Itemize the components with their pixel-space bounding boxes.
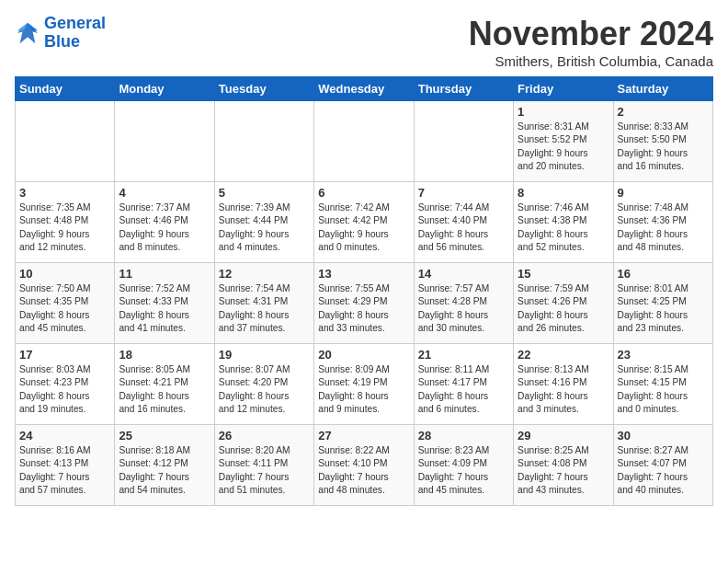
day-info: Sunrise: 7:55 AMSunset: 4:29 PMDaylight:… [318,282,409,335]
day-info: Sunrise: 8:31 AMSunset: 5:52 PMDaylight:… [518,121,609,173]
day-info: Sunrise: 7:59 AMSunset: 4:26 PMDaylight:… [518,282,609,335]
day-number: 3 [19,186,110,200]
calendar-cell: 20Sunrise: 8:09 AMSunset: 4:19 PMDayligh… [314,344,414,425]
logo-text: General Blue [44,15,106,52]
day-info: Sunrise: 8:01 AMSunset: 4:25 PMDaylight:… [618,282,709,335]
calendar-week-3: 10Sunrise: 7:50 AMSunset: 4:35 PMDayligh… [16,263,713,344]
day-number: 28 [418,429,509,442]
day-number: 5 [219,186,310,200]
day-info: Sunrise: 7:52 AMSunset: 4:33 PMDaylight:… [119,282,210,335]
day-info: Sunrise: 7:46 AMSunset: 4:38 PMDaylight:… [518,201,609,254]
day-number: 14 [418,267,509,281]
calendar-body: 1Sunrise: 8:31 AMSunset: 5:52 PMDaylight… [16,101,713,506]
calendar-cell: 6Sunrise: 7:42 AMSunset: 4:42 PMDaylight… [314,182,414,263]
day-number: 25 [119,429,210,442]
day-number: 21 [418,348,509,362]
day-number: 2 [618,105,709,119]
title-block: November 2024 Smithers, British Columbia… [469,15,713,69]
day-number: 24 [19,429,110,442]
calendar-cell: 29Sunrise: 8:25 AMSunset: 4:08 PMDayligh… [514,425,613,506]
day-number: 19 [219,348,310,362]
day-info: Sunrise: 7:42 AMSunset: 4:42 PMDaylight:… [318,201,409,254]
day-info: Sunrise: 8:18 AMSunset: 4:12 PMDaylight:… [119,444,210,497]
weekday-header-friday: Friday [514,77,613,101]
month-title: November 2024 [469,15,713,53]
weekday-header-monday: Monday [115,77,214,101]
day-info: Sunrise: 8:03 AMSunset: 4:23 PMDaylight:… [19,363,110,416]
calendar-cell: 7Sunrise: 7:44 AMSunset: 4:40 PMDaylight… [414,182,513,263]
calendar-cell: 15Sunrise: 7:59 AMSunset: 4:26 PMDayligh… [514,263,613,344]
day-number: 22 [518,348,609,362]
day-number: 10 [19,267,110,281]
calendar-cell: 16Sunrise: 8:01 AMSunset: 4:25 PMDayligh… [613,263,712,344]
calendar-cell: 1Sunrise: 8:31 AMSunset: 5:52 PMDaylight… [514,101,613,182]
day-info: Sunrise: 8:27 AMSunset: 4:07 PMDaylight:… [618,444,709,497]
day-number: 29 [518,429,609,442]
calendar-cell [214,101,313,182]
day-info: Sunrise: 8:09 AMSunset: 4:19 PMDaylight:… [318,363,409,416]
weekday-header-saturday: Saturday [613,77,712,101]
logo: General Blue [15,15,106,52]
day-number: 6 [318,186,409,200]
weekday-header-row: SundayMondayTuesdayWednesdayThursdayFrid… [16,77,713,101]
weekday-header-wednesday: Wednesday [314,77,414,101]
day-info: Sunrise: 7:39 AMSunset: 4:44 PMDaylight:… [219,201,310,254]
day-number: 17 [19,348,110,362]
calendar-header: SundayMondayTuesdayWednesdayThursdayFrid… [16,77,713,101]
day-number: 8 [518,186,609,200]
day-info: Sunrise: 7:35 AMSunset: 4:48 PMDaylight:… [19,201,110,254]
calendar-cell: 23Sunrise: 8:15 AMSunset: 4:15 PMDayligh… [613,344,712,425]
calendar-cell: 13Sunrise: 7:55 AMSunset: 4:29 PMDayligh… [314,263,414,344]
svg-marker-0 [17,23,38,43]
day-info: Sunrise: 8:23 AMSunset: 4:09 PMDaylight:… [418,444,509,497]
calendar-cell: 4Sunrise: 7:37 AMSunset: 4:46 PMDaylight… [115,182,214,263]
weekday-header-sunday: Sunday [16,77,115,101]
logo-icon [15,20,40,46]
day-number: 20 [318,348,409,362]
calendar-cell: 28Sunrise: 8:23 AMSunset: 4:09 PMDayligh… [414,425,513,506]
calendar-cell: 26Sunrise: 8:20 AMSunset: 4:11 PMDayligh… [214,425,313,506]
day-info: Sunrise: 8:07 AMSunset: 4:20 PMDaylight:… [219,363,310,416]
calendar-cell: 5Sunrise: 7:39 AMSunset: 4:44 PMDaylight… [214,182,313,263]
page-header: General Blue November 2024 Smithers, Bri… [15,15,713,69]
day-info: Sunrise: 8:22 AMSunset: 4:10 PMDaylight:… [318,444,409,497]
calendar-cell: 27Sunrise: 8:22 AMSunset: 4:10 PMDayligh… [314,425,414,506]
day-number: 9 [618,186,709,200]
day-info: Sunrise: 8:11 AMSunset: 4:17 PMDaylight:… [418,363,509,416]
day-number: 13 [318,267,409,281]
day-number: 27 [318,429,409,442]
day-info: Sunrise: 7:50 AMSunset: 4:35 PMDaylight:… [19,282,110,335]
day-info: Sunrise: 8:20 AMSunset: 4:11 PMDaylight:… [219,444,310,497]
calendar-cell: 17Sunrise: 8:03 AMSunset: 4:23 PMDayligh… [16,344,115,425]
calendar-cell: 11Sunrise: 7:52 AMSunset: 4:33 PMDayligh… [115,263,214,344]
day-number: 15 [518,267,609,281]
day-info: Sunrise: 7:54 AMSunset: 4:31 PMDaylight:… [219,282,310,335]
calendar-week-5: 24Sunrise: 8:16 AMSunset: 4:13 PMDayligh… [16,425,713,506]
day-number: 1 [518,105,609,119]
day-info: Sunrise: 8:25 AMSunset: 4:08 PMDaylight:… [518,444,609,497]
calendar-cell: 8Sunrise: 7:46 AMSunset: 4:38 PMDaylight… [514,182,613,263]
calendar-cell [314,101,414,182]
day-number: 30 [618,429,709,442]
calendar-cell [414,101,513,182]
calendar-cell: 25Sunrise: 8:18 AMSunset: 4:12 PMDayligh… [115,425,214,506]
logo-line2: Blue [44,32,80,51]
calendar-cell: 22Sunrise: 8:13 AMSunset: 4:16 PMDayligh… [514,344,613,425]
calendar-week-4: 17Sunrise: 8:03 AMSunset: 4:23 PMDayligh… [16,344,713,425]
calendar-table: SundayMondayTuesdayWednesdayThursdayFrid… [15,76,713,506]
calendar-cell: 21Sunrise: 8:11 AMSunset: 4:17 PMDayligh… [414,344,513,425]
day-number: 18 [119,348,210,362]
calendar-cell [115,101,214,182]
day-info: Sunrise: 8:15 AMSunset: 4:15 PMDaylight:… [618,363,709,416]
day-number: 16 [618,267,709,281]
calendar-cell: 10Sunrise: 7:50 AMSunset: 4:35 PMDayligh… [16,263,115,344]
calendar-cell: 19Sunrise: 8:07 AMSunset: 4:20 PMDayligh… [214,344,313,425]
day-number: 7 [418,186,509,200]
calendar-cell: 12Sunrise: 7:54 AMSunset: 4:31 PMDayligh… [214,263,313,344]
calendar-week-2: 3Sunrise: 7:35 AMSunset: 4:48 PMDaylight… [16,182,713,263]
calendar-week-1: 1Sunrise: 8:31 AMSunset: 5:52 PMDaylight… [16,101,713,182]
location-subtitle: Smithers, British Columbia, Canada [469,53,713,69]
calendar-cell: 24Sunrise: 8:16 AMSunset: 4:13 PMDayligh… [16,425,115,506]
day-number: 11 [119,267,210,281]
day-number: 23 [618,348,709,362]
